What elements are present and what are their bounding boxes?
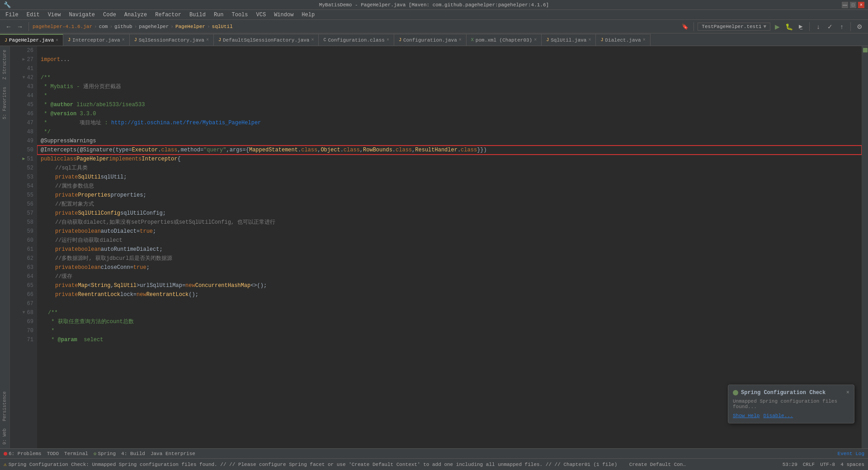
code-line-43[interactable]: * Mybatis - 通用分页拦截器 bbox=[37, 82, 862, 91]
menu-vcs[interactable]: VCS bbox=[253, 11, 270, 19]
tab-close-sqlutil[interactable]: × bbox=[588, 38, 591, 42]
disable-link[interactable]: Disable... bbox=[763, 413, 793, 418]
code-line-50[interactable]: @Intercepts(@Signature(type = Executor.c… bbox=[37, 146, 862, 155]
code-line-27[interactable]: import ... bbox=[37, 55, 862, 64]
menu-code[interactable]: Code bbox=[99, 11, 120, 19]
forward-button[interactable]: → bbox=[15, 22, 25, 32]
encoding[interactable]: UTF-8 bbox=[820, 462, 835, 467]
code-line-26[interactable] bbox=[37, 46, 862, 55]
tab-defaultsqlsessionfactory-java[interactable]: J DefaultSqlSessionFactory.java × bbox=[214, 34, 319, 46]
window-controls[interactable]: — □ × bbox=[842, 2, 864, 8]
code-line-69[interactable]: * 获取任意查询方法的count总数 bbox=[37, 317, 862, 326]
tab-close-pagehelper[interactable]: × bbox=[56, 38, 58, 43]
code-line-60[interactable]: //运行时自动获取dialect bbox=[37, 236, 862, 245]
menu-file[interactable]: File bbox=[2, 11, 22, 19]
code-line-53[interactable]: private SqlUtil sqlUtil; bbox=[37, 173, 862, 182]
terminal-panel[interactable]: Terminal bbox=[64, 451, 88, 456]
code-line-57[interactable]: private SqlUtilConfig sqlUtilConfig; bbox=[37, 209, 862, 218]
tab-configuration-java[interactable]: J Configuration.java × bbox=[394, 34, 467, 46]
tab-close-configuration-java[interactable]: × bbox=[459, 38, 462, 42]
problems-panel[interactable]: 6: Problems bbox=[4, 451, 42, 456]
tab-close-sqlsessionfactory[interactable]: × bbox=[206, 38, 209, 42]
menu-run[interactable]: Run bbox=[210, 11, 227, 19]
menu-navigate[interactable]: Navigate bbox=[65, 11, 99, 19]
menu-edit[interactable]: Edit bbox=[23, 11, 43, 19]
code-line-49[interactable]: @SuppressWarnings bbox=[37, 136, 862, 146]
code-line-55[interactable]: private Properties properties; bbox=[37, 191, 862, 200]
tab-pagehelper-java[interactable]: J PageHelper.java × bbox=[0, 34, 63, 46]
code-line-51[interactable]: public class PageHelper implements Inter… bbox=[37, 155, 862, 164]
code-line-61[interactable]: private boolean autoRuntimeDialect; bbox=[37, 245, 862, 254]
breadcrumb-cls1[interactable]: PageHelper bbox=[175, 24, 205, 29]
code-line-71[interactable]: * @param select bbox=[37, 335, 862, 344]
code-line-47[interactable]: * 项目地址 : http://git.oschina.net/free/Myb… bbox=[37, 118, 862, 127]
breadcrumb-jar[interactable]: pagehelper-4.1.6.jar bbox=[33, 24, 92, 29]
code-line-65[interactable]: private Map<String, SqlUtil> urlSqlUtilM… bbox=[37, 281, 862, 290]
tab-configuration-class[interactable]: C Configuration.class × bbox=[319, 34, 394, 46]
tab-sqlsessionfactory-java[interactable]: J SqlSessionFactory.java × bbox=[130, 34, 214, 46]
code-line-46[interactable]: * @version 3.3.0 bbox=[37, 109, 862, 118]
breadcrumb-pkg2[interactable]: github bbox=[114, 24, 132, 29]
code-line-45[interactable]: * @author liuzh/abel533/isea533 bbox=[37, 100, 862, 109]
menu-view[interactable]: View bbox=[44, 11, 65, 19]
code-line-42[interactable]: /** bbox=[37, 73, 862, 82]
code-line-66[interactable]: private ReentrantLock lock = new Reentra… bbox=[37, 290, 862, 299]
menu-window[interactable]: Window bbox=[270, 11, 297, 19]
tab-pom-xml[interactable]: X pom.xml (Chapter03) × bbox=[467, 34, 542, 46]
debug-button[interactable]: 🐛 bbox=[784, 22, 794, 32]
event-log-link[interactable]: Event Log bbox=[838, 451, 864, 456]
back-button[interactable]: ← bbox=[4, 22, 14, 32]
web-panel[interactable]: 9: Web bbox=[0, 425, 9, 448]
menu-help[interactable]: Help bbox=[298, 11, 318, 19]
breadcrumb-cls2[interactable]: sqlUtil bbox=[212, 24, 233, 29]
favorites-panel[interactable]: 5: Favorites bbox=[0, 83, 9, 123]
java-enterprise-panel[interactable]: Java Enterprise bbox=[151, 451, 195, 456]
persistence-panel[interactable]: Persistence bbox=[0, 388, 9, 425]
code-line-64[interactable]: //缓存 bbox=[37, 272, 862, 281]
settings-button[interactable]: ⚙ bbox=[854, 22, 864, 32]
coverage-button[interactable]: ▶̲ bbox=[796, 22, 806, 32]
run-button[interactable]: ▶ bbox=[772, 22, 782, 32]
minimize-button[interactable]: — bbox=[842, 2, 848, 8]
menu-build[interactable]: Build bbox=[186, 11, 209, 19]
vcs-commit-button[interactable]: ✓ bbox=[825, 22, 835, 32]
code-line-68[interactable]: /** bbox=[37, 308, 862, 317]
build-panel[interactable]: 4: Build bbox=[121, 451, 145, 456]
spring-panel[interactable]: ✿ Spring bbox=[94, 451, 116, 456]
code-line-44[interactable]: * bbox=[37, 91, 862, 100]
code-line-63[interactable]: private boolean closeConn = true; bbox=[37, 263, 862, 272]
code-line-62[interactable]: //多数据源时, 获取jdbcurl后是否关闭数据源 bbox=[37, 254, 862, 263]
tab-dialect-java[interactable]: J Dialect.java × bbox=[596, 34, 650, 46]
menu-analyze[interactable]: Analyze bbox=[121, 11, 151, 19]
breadcrumb-pkg3[interactable]: pagehelper bbox=[139, 24, 169, 29]
code-line-59[interactable]: private boolean autoDialect = true; bbox=[37, 227, 862, 236]
code-line-58[interactable]: //自动获取dialect,如果没有setProperties或setSqlUt… bbox=[37, 218, 862, 227]
vcs-push-button[interactable]: ↑ bbox=[837, 22, 847, 32]
tab-sqlutil-java[interactable]: J SqlUtil.java × bbox=[542, 34, 596, 46]
tab-close-dialect[interactable]: × bbox=[643, 38, 646, 42]
code-line-67[interactable] bbox=[37, 299, 862, 308]
maximize-button[interactable]: □ bbox=[850, 2, 856, 8]
tab-close-interceptor[interactable]: × bbox=[122, 38, 125, 42]
code-line-70[interactable]: * bbox=[37, 326, 862, 335]
code-line-52[interactable]: //sql工具类 bbox=[37, 164, 862, 173]
tab-close-pom[interactable]: × bbox=[534, 38, 537, 42]
vcs-update-button[interactable]: ↓ bbox=[813, 22, 823, 32]
menu-tools[interactable]: Tools bbox=[228, 11, 252, 19]
breadcrumb-pkg1[interactable]: com bbox=[99, 24, 108, 29]
tab-close-defaultsqlsessionfactory[interactable]: × bbox=[311, 38, 314, 42]
code-line-48[interactable]: */ bbox=[37, 127, 862, 136]
show-help-link[interactable]: Show Help bbox=[733, 413, 760, 418]
code-line-41[interactable] bbox=[37, 64, 862, 73]
notification-close-button[interactable]: × bbox=[846, 390, 849, 396]
menu-refactor[interactable]: Refactor bbox=[151, 11, 185, 19]
todo-panel[interactable]: TODO bbox=[47, 451, 59, 456]
tab-interceptor-java[interactable]: J Interceptor.java × bbox=[63, 34, 130, 46]
structure-panel[interactable]: Z Structure bbox=[0, 46, 9, 83]
code-line-54[interactable]: //属性参数信息 bbox=[37, 182, 862, 191]
bookmark-button[interactable]: 🔖 bbox=[680, 22, 690, 32]
line-separator[interactable]: CRLF bbox=[803, 462, 815, 467]
close-button[interactable]: × bbox=[858, 2, 864, 8]
run-configuration[interactable]: TestPageHelper.test1 ▼ bbox=[698, 23, 770, 31]
tab-close-configuration-class[interactable]: × bbox=[387, 38, 389, 42]
